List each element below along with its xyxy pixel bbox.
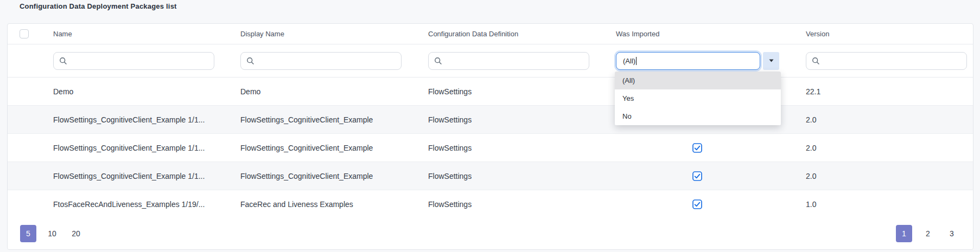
cell-definition: FlowSettings bbox=[428, 115, 616, 124]
page-1[interactable]: 1 bbox=[896, 225, 912, 242]
column-header-display-name[interactable]: Display Name bbox=[240, 30, 428, 38]
was-imported-filter-input[interactable]: (All) bbox=[616, 52, 760, 70]
text-cursor bbox=[636, 57, 637, 65]
dropdown-option[interactable]: (All) bbox=[615, 72, 781, 89]
cell-version: 1.0 bbox=[806, 200, 973, 209]
was-imported-filter-value: (All) bbox=[623, 57, 635, 65]
search-icon bbox=[59, 57, 67, 65]
cell-display-name: FlowSettings_CognitiveClient_Example bbox=[240, 144, 428, 152]
page-size-20[interactable]: 20 bbox=[68, 225, 84, 242]
cell-name: FlowSettings_CognitiveClient_Example 1/1… bbox=[53, 115, 240, 124]
definition-filter-input[interactable] bbox=[447, 57, 583, 65]
version-filter-input[interactable] bbox=[824, 57, 961, 65]
search-icon bbox=[434, 57, 442, 65]
packages-table: Name Display Name Configuration Data Def… bbox=[7, 23, 973, 250]
column-header-configuration-data-definition[interactable]: Configuration Data Definition bbox=[428, 30, 616, 38]
search-icon bbox=[812, 57, 820, 65]
table-row[interactable]: FlowSettings_CognitiveClient_Example 1/1… bbox=[8, 106, 973, 134]
table-row[interactable]: Demo Demo FlowSettings 22.1 bbox=[8, 77, 973, 106]
search-icon bbox=[246, 57, 254, 65]
table-row[interactable]: FtosFaceRecAndLiveness_Examples 1/19/...… bbox=[8, 190, 973, 218]
cell-display-name: Demo bbox=[240, 87, 428, 96]
cell-display-name: FlowSettings_CognitiveClient_Example bbox=[240, 172, 428, 180]
chevron-down-icon bbox=[769, 59, 774, 62]
cell-display-name: FlowSettings_CognitiveClient_Example bbox=[240, 115, 428, 124]
cell-name: FlowSettings_CognitiveClient_Example 1/1… bbox=[53, 144, 240, 152]
column-header-name[interactable]: Name bbox=[53, 30, 240, 38]
page-size-selector: 51020 bbox=[20, 225, 84, 242]
name-filter bbox=[53, 52, 214, 70]
display-name-filter-input[interactable] bbox=[259, 57, 396, 65]
column-header-version[interactable]: Version bbox=[806, 30, 973, 38]
cell-definition: FlowSettings bbox=[428, 144, 616, 152]
dropdown-option[interactable]: Yes bbox=[615, 89, 781, 107]
cell-version: 22.1 bbox=[806, 87, 973, 96]
page-size-5[interactable]: 5 bbox=[20, 225, 36, 242]
cell-version: 2.0 bbox=[806, 172, 973, 180]
display-name-filter bbox=[240, 52, 402, 70]
cell-name: Demo bbox=[53, 87, 240, 96]
cell-definition: FlowSettings bbox=[428, 200, 616, 209]
name-filter-input[interactable] bbox=[72, 57, 208, 65]
definition-filter bbox=[428, 52, 589, 70]
dropdown-option[interactable]: No bbox=[615, 107, 781, 125]
cell-definition: FlowSettings bbox=[428, 87, 616, 96]
page-3[interactable]: 3 bbox=[944, 225, 960, 242]
cell-version: 2.0 bbox=[806, 144, 973, 152]
filter-row: (All) bbox=[8, 44, 973, 77]
table-row[interactable]: FlowSettings_CognitiveClient_Example 1/1… bbox=[8, 134, 973, 162]
page-size-10[interactable]: 10 bbox=[44, 225, 60, 242]
cell-name: FtosFaceRecAndLiveness_Examples 1/19/... bbox=[53, 200, 240, 209]
column-header-was-imported[interactable]: Was Imported bbox=[616, 30, 806, 38]
page-title: Configuration Data Deployment Packages l… bbox=[20, 2, 177, 10]
imported-checkbox[interactable] bbox=[692, 171, 702, 181]
was-imported-dropdown-button[interactable] bbox=[763, 52, 779, 70]
table-body: Demo Demo FlowSettings 22.1 FlowSettings… bbox=[8, 77, 973, 218]
table-header-row: Name Display Name Configuration Data Def… bbox=[8, 24, 973, 44]
table-row[interactable]: FlowSettings_CognitiveClient_Example 1/1… bbox=[8, 162, 973, 190]
version-filter bbox=[806, 52, 967, 70]
imported-checkbox[interactable] bbox=[692, 143, 702, 153]
cell-version: 2.0 bbox=[806, 115, 973, 124]
imported-checkbox[interactable] bbox=[692, 199, 702, 209]
page-navigator: 123 bbox=[896, 225, 960, 242]
pagination-bar: 51020 123 bbox=[8, 218, 973, 249]
cell-definition: FlowSettings bbox=[428, 172, 616, 180]
cell-name: FlowSettings_CognitiveClient_Example 1/1… bbox=[53, 172, 240, 180]
page-2[interactable]: 2 bbox=[920, 225, 936, 242]
was-imported-dropdown-panel: (All)YesNo bbox=[615, 72, 781, 125]
cell-display-name: FaceRec and Liveness Examples bbox=[240, 200, 428, 209]
select-all-checkbox[interactable] bbox=[20, 29, 29, 38]
